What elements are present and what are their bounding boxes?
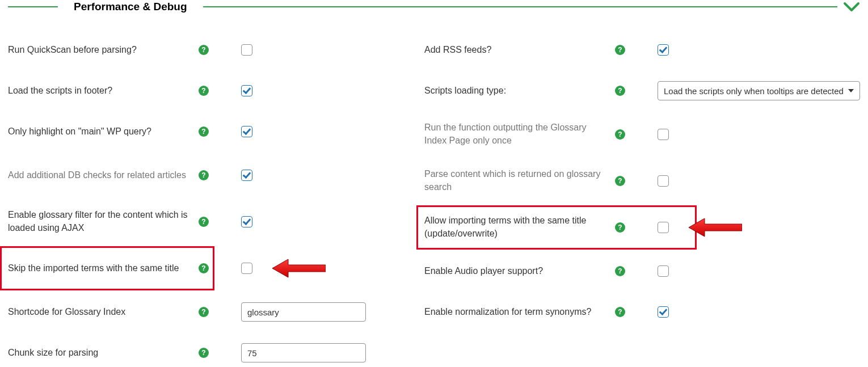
help-icon: ? <box>199 45 209 55</box>
divider-left <box>8 6 58 7</box>
settings-column-right: Add RSS feeds??Scripts loading type:?Loa… <box>424 29 860 367</box>
setting-label: Add additional DB checks for related art… <box>8 169 195 182</box>
setting-scripts-type: Scripts loading type:?Load the scripts o… <box>424 70 860 111</box>
collapse-toggle[interactable] <box>843 0 860 14</box>
setting-control <box>213 216 379 227</box>
setting-control <box>213 126 379 137</box>
normalize-checkbox[interactable] <box>658 306 669 318</box>
parse-search-checkbox[interactable] <box>658 175 669 187</box>
rss-checkbox[interactable] <box>658 44 669 56</box>
setting-label: Scripts loading type: <box>424 85 611 98</box>
setting-control <box>213 343 379 362</box>
setting-control <box>629 44 860 56</box>
db-checks-checkbox[interactable] <box>241 170 252 181</box>
help-button[interactable]: ? <box>611 176 629 186</box>
setting-label: Enable Audio player support? <box>424 265 611 278</box>
help-button[interactable]: ? <box>611 45 629 55</box>
section-title: Performance & Debug <box>74 1 187 13</box>
setting-control <box>213 302 379 322</box>
setting-control <box>213 85 379 96</box>
setting-label: Load the scripts in footer? <box>8 85 195 98</box>
help-button[interactable]: ? <box>611 129 629 140</box>
help-button[interactable]: ? <box>611 266 629 276</box>
setting-label: Skip the imported terms with the same ti… <box>8 262 195 275</box>
setting-control <box>629 175 860 187</box>
help-button[interactable]: ? <box>611 86 629 96</box>
quickscan-checkbox[interactable] <box>241 44 252 56</box>
help-button[interactable]: ? <box>195 263 213 273</box>
chunk-size-input[interactable] <box>241 343 366 362</box>
setting-db-checks: Add additional DB checks for related art… <box>8 152 379 199</box>
settings-column-left: Run QuickScan before parsing??Load the s… <box>8 29 379 367</box>
help-icon: ? <box>199 348 209 358</box>
output-once-checkbox[interactable] <box>658 129 669 140</box>
setting-output-once: Run the function outputting the Glossary… <box>424 111 860 158</box>
setting-label: Only highlight on "main" WP query? <box>8 125 195 138</box>
setting-control: Load the scripts only when tooltips are … <box>629 81 860 100</box>
audio-checkbox[interactable] <box>658 265 669 277</box>
help-button[interactable]: ? <box>195 170 213 180</box>
help-button[interactable]: ? <box>611 222 629 233</box>
help-button[interactable]: ? <box>611 307 629 317</box>
setting-quickscan: Run QuickScan before parsing?? <box>8 29 379 70</box>
skip-imported-checkbox[interactable] <box>241 263 252 274</box>
setting-parse-search: Parse content which is returned on gloss… <box>424 158 860 204</box>
setting-allow-import: Allow importing terms with the same titl… <box>424 204 860 251</box>
setting-label: Add RSS feeds? <box>424 44 611 57</box>
setting-control <box>213 170 379 181</box>
setting-skip-imported: Skip the imported terms with the same ti… <box>8 245 379 292</box>
help-icon: ? <box>199 170 209 180</box>
setting-rss: Add RSS feeds?? <box>424 29 860 70</box>
divider-right <box>203 6 837 7</box>
help-button[interactable]: ? <box>195 348 213 358</box>
ajax-filter-checkbox[interactable] <box>241 216 252 227</box>
help-icon: ? <box>615 129 625 140</box>
help-icon: ? <box>615 176 625 186</box>
setting-normalize: Enable normalization for term synonyms?? <box>424 292 860 332</box>
setting-control <box>213 44 379 56</box>
setting-label: Run the function outputting the Glossary… <box>424 121 611 147</box>
performance-debug-section: Performance & Debug Run QuickScan before… <box>0 0 868 367</box>
help-icon: ? <box>199 86 209 96</box>
help-button[interactable]: ? <box>195 307 213 317</box>
setting-chunk-size: Chunk size for parsing? <box>8 332 379 367</box>
settings-columns: Run QuickScan before parsing??Load the s… <box>8 29 860 367</box>
help-button[interactable]: ? <box>195 45 213 55</box>
help-icon: ? <box>615 266 625 276</box>
help-icon: ? <box>615 222 625 233</box>
setting-label: Parse content which is returned on gloss… <box>424 168 611 193</box>
help-button[interactable]: ? <box>195 86 213 96</box>
scripts-type-select[interactable]: Load the scripts only when tooltips are … <box>658 81 860 100</box>
chevron-down-icon <box>843 0 860 14</box>
setting-ajax-filter: Enable glossary filter for the content w… <box>8 199 379 245</box>
setting-main-query: Only highlight on "main" WP query?? <box>8 111 379 152</box>
allow-import-checkbox[interactable] <box>658 222 669 233</box>
setting-label: Enable normalization for term synonyms? <box>424 306 611 319</box>
footer-scripts-checkbox[interactable] <box>241 85 252 96</box>
callout-arrow-icon <box>688 217 742 238</box>
help-icon: ? <box>199 217 209 227</box>
setting-control <box>629 222 860 233</box>
setting-label: Enable glossary filter for the content w… <box>8 209 195 234</box>
help-icon: ? <box>615 86 625 96</box>
callout-arrow-icon <box>271 258 326 279</box>
setting-control <box>629 129 860 140</box>
help-button[interactable]: ? <box>195 126 213 137</box>
main-query-checkbox[interactable] <box>241 126 252 137</box>
help-icon: ? <box>199 307 209 317</box>
section-header: Performance & Debug <box>8 0 860 14</box>
setting-footer-scripts: Load the scripts in footer?? <box>8 70 379 111</box>
setting-control <box>629 265 860 277</box>
help-icon: ? <box>199 263 209 273</box>
setting-label: Allow importing terms with the same titl… <box>424 214 611 240</box>
setting-audio: Enable Audio player support?? <box>424 251 860 292</box>
setting-label: Run QuickScan before parsing? <box>8 44 195 57</box>
setting-shortcode: Shortcode for Glossary Index? <box>8 292 379 332</box>
setting-label: Chunk size for parsing <box>8 347 195 360</box>
setting-label: Shortcode for Glossary Index <box>8 306 195 319</box>
help-icon: ? <box>615 45 625 55</box>
help-icon: ? <box>615 307 625 317</box>
shortcode-input[interactable] <box>241 302 366 322</box>
help-button[interactable]: ? <box>195 217 213 227</box>
setting-control <box>629 306 860 318</box>
